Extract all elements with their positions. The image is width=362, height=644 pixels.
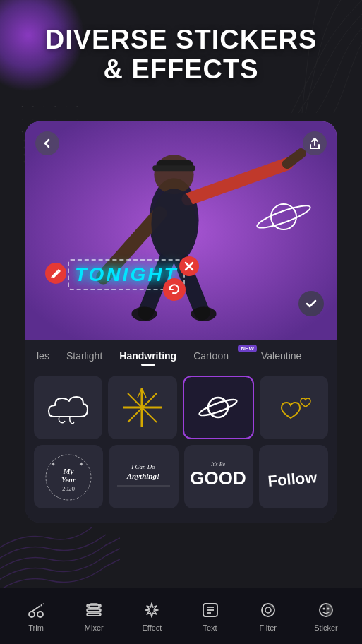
- stickers-grid: ✦ ✦ My Year 2020 I Can Do Anything!: [25, 370, 337, 523]
- back-button[interactable]: [35, 131, 59, 155]
- svg-point-43: [191, 307, 217, 321]
- svg-text:✦: ✦: [79, 461, 84, 467]
- toolbar-item-text[interactable]: Text: [181, 600, 239, 632]
- filter-label: Filter: [260, 624, 277, 632]
- sticker-follow[interactable]: Follow: [259, 445, 328, 508]
- svg-rect-36: [152, 165, 195, 171]
- text-label: Text: [203, 624, 217, 632]
- svg-text:2020: 2020: [62, 485, 76, 492]
- sticker-sparkle[interactable]: [108, 376, 176, 439]
- close-sticker-button[interactable]: [179, 256, 199, 276]
- category-les[interactable]: les: [37, 350, 49, 364]
- mixer-icon: [84, 600, 104, 620]
- svg-point-83: [265, 607, 271, 613]
- header-section: DIVERSE STICKERS & EFFECTS: [0, 25, 362, 85]
- category-valentine[interactable]: Valentine: [261, 350, 301, 364]
- check-button[interactable]: [298, 291, 324, 316]
- toolbar-item-sticker[interactable]: Sticker: [297, 600, 355, 632]
- main-card: TONIGHT les Starlight: [25, 121, 337, 523]
- toolbar-item-trim[interactable]: Trim: [7, 600, 65, 632]
- svg-point-54: [208, 398, 228, 417]
- share-button[interactable]: [303, 131, 327, 155]
- undo-button[interactable]: [163, 278, 186, 301]
- trim-icon: [26, 600, 46, 620]
- sticker-hearts[interactable]: [260, 376, 328, 439]
- svg-point-86: [327, 607, 329, 609]
- sticker-i-can-do[interactable]: I Can Do Anything!: [109, 445, 178, 508]
- toolbar-item-filter[interactable]: Filter: [239, 600, 297, 632]
- trim-label: Trim: [28, 624, 44, 632]
- svg-point-53: [198, 396, 238, 417]
- bottom-toolbar: Trim Mixer Effect: [0, 588, 362, 644]
- video-area: TONIGHT: [25, 121, 337, 340]
- text-icon: [200, 600, 220, 620]
- svg-point-67: [29, 612, 35, 617]
- sticker-icon: [316, 600, 336, 620]
- planet-sticker-video: [252, 192, 315, 244]
- new-badge-cartoon: NEW: [238, 345, 257, 352]
- sticker-row-2: ✦ ✦ My Year 2020 I Can Do Anything!: [34, 445, 328, 508]
- svg-point-46: [271, 204, 296, 229]
- svg-text:Follow: Follow: [267, 467, 318, 489]
- svg-text:GOOD: GOOD: [190, 467, 246, 489]
- pencil-button[interactable]: [45, 263, 66, 284]
- header-line1: DIVERSE STICKERS: [0, 25, 362, 55]
- category-starlight[interactable]: Starlight: [66, 350, 102, 364]
- sticker-planet-selected[interactable]: [183, 376, 254, 439]
- svg-rect-76: [87, 609, 101, 612]
- category-cartoon[interactable]: Cartoon NEW: [193, 350, 244, 364]
- filter-icon: [258, 600, 278, 620]
- header-line2: & EFFECTS: [0, 55, 362, 85]
- svg-point-85: [322, 607, 325, 609]
- svg-point-44: [151, 189, 196, 259]
- sticker-my-year[interactable]: ✦ ✦ My Year 2020: [34, 445, 103, 508]
- mixer-label: Mixer: [85, 624, 104, 632]
- sticker-row-1: [34, 376, 328, 439]
- sticker-label: Sticker: [314, 624, 338, 632]
- svg-text:Anything!: Anything!: [126, 472, 159, 480]
- effect-icon: [142, 600, 162, 620]
- tonight-text: TONIGHT: [75, 263, 178, 285]
- svg-point-45: [255, 202, 313, 232]
- categories-row: les Starlight Handwriting Cartoon NEW Va…: [25, 340, 337, 370]
- svg-text:✦: ✦: [51, 461, 56, 467]
- category-handwriting[interactable]: Handwriting: [119, 350, 176, 364]
- svg-text:My: My: [63, 467, 74, 475]
- svg-text:I Can Do: I Can Do: [131, 463, 155, 470]
- sticker-cloud[interactable]: [34, 376, 102, 439]
- svg-text:Year: Year: [61, 475, 76, 484]
- svg-text:It's Be: It's Be: [210, 461, 226, 467]
- toolbar-item-mixer[interactable]: Mixer: [65, 600, 123, 632]
- svg-point-42: [131, 307, 157, 321]
- sticker-good[interactable]: It's Be GOOD: [184, 445, 253, 508]
- effect-label: Effect: [142, 624, 162, 632]
- svg-rect-77: [87, 613, 101, 616]
- toolbar-item-effect[interactable]: Effect: [123, 600, 181, 632]
- svg-point-68: [37, 612, 43, 617]
